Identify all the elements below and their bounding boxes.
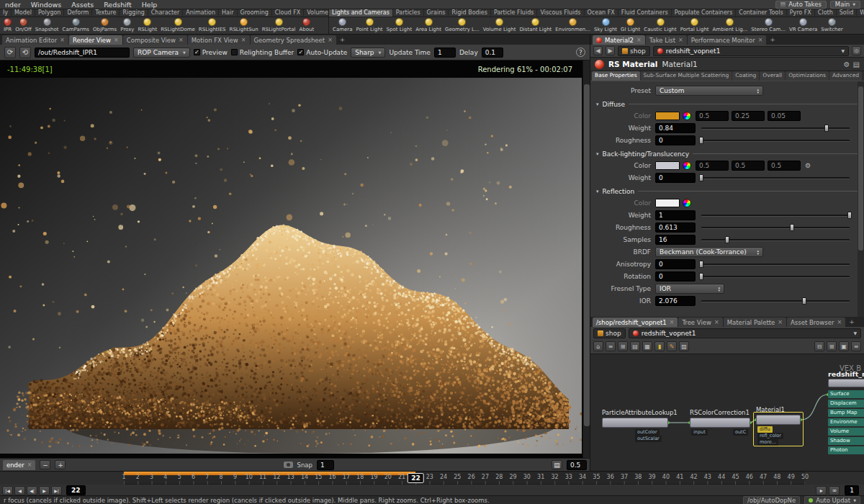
collapse-icon[interactable]: ▾ xyxy=(596,102,599,107)
lock-icon[interactable]: ▤ xyxy=(853,60,860,68)
network-canvas[interactable]: VEX B ParticleAttributeLookup1outColorou… xyxy=(590,354,864,471)
checkbox-box[interactable] xyxy=(231,49,238,55)
layout-icon[interactable]: ≡ xyxy=(851,341,861,351)
timeline-ruler[interactable]: 22 1234567891011121314151617181920212223… xyxy=(124,472,805,485)
tab-render-view[interactable]: Render View× xyxy=(69,35,122,45)
shelf-tab-container-tools[interactable]: Container Tools xyxy=(736,9,786,17)
tab-motion-fx-view[interactable]: Motion FX View× xyxy=(188,35,250,45)
rop-path-field[interactable]: /out/Redshift_IPR1 xyxy=(35,48,130,58)
checkbox-box[interactable]: ✓ xyxy=(194,49,200,55)
param-tab-optimizations[interactable]: Optimizations xyxy=(786,71,829,81)
shelf-tab-solid[interactable]: Solid xyxy=(837,9,858,17)
shelf-tab-hair[interactable]: Hair xyxy=(219,9,237,17)
tool-ipr[interactable]: IPR xyxy=(4,18,12,32)
help-icon[interactable]: ? xyxy=(576,48,585,57)
update-time-field[interactable]: 1 xyxy=(434,48,456,58)
color-component-field[interactable]: 0.05 xyxy=(768,111,801,121)
tool-on-off[interactable]: On/Off xyxy=(15,18,32,32)
tool-camera[interactable]: Camera xyxy=(333,18,352,32)
new-tab-button[interactable]: + xyxy=(767,35,778,45)
tool-caustic-light[interactable]: Caustic Light xyxy=(644,18,677,32)
node-material1[interactable] xyxy=(756,415,801,425)
tab-close-icon[interactable]: × xyxy=(670,319,675,325)
port-outcolor[interactable]: outColor xyxy=(635,429,660,436)
grid-snap-icon[interactable]: ⊞ xyxy=(618,341,628,351)
shelf-tab-volume[interactable]: Volume xyxy=(304,9,328,17)
gamma-field[interactable]: 0.5 xyxy=(567,460,587,470)
shelf-tab-particles[interactable]: Particles xyxy=(393,9,424,17)
color-component-field[interactable]: 0.5 xyxy=(696,161,729,171)
shelf-tab-character[interactable]: Character xyxy=(148,9,184,17)
frame-all-icon[interactable]: ▣ xyxy=(839,341,849,351)
menu-help[interactable]: Help xyxy=(137,0,163,9)
tool-rslight[interactable]: RSLight xyxy=(138,18,157,32)
realtime-toggle-icon[interactable]: ▸ xyxy=(816,486,827,495)
port-more[interactable]: more... xyxy=(757,439,778,446)
shelf-tab-deform[interactable]: Deform xyxy=(64,9,92,17)
list-mode-icon[interactable]: ≡ xyxy=(606,341,616,351)
tool-point-light[interactable]: Point Light xyxy=(356,18,382,32)
color-swatches-icon[interactable]: ▦ xyxy=(642,341,652,351)
zoom-in-icon[interactable]: ⊞ xyxy=(827,341,837,351)
section-back-lighting-translucency[interactable]: ▾Back-lighting/Translucency xyxy=(590,148,864,159)
tool-area-light[interactable]: Area Light xyxy=(415,18,441,32)
color-swatch[interactable] xyxy=(655,161,680,170)
tab-take-list[interactable]: Take List× xyxy=(646,35,687,45)
shelf-tab-viscous-fluids[interactable]: Viscous Fluids xyxy=(537,9,584,17)
shelf-tab-cloud-fx[interactable]: Cloud FX xyxy=(272,9,304,17)
render-restart-icon[interactable]: ⟳ xyxy=(4,47,16,58)
checkbox-relighting-buffer[interactable]: Relighting Buffer xyxy=(231,49,294,56)
play-button[interactable]: ▶ xyxy=(39,486,50,495)
tool-spot-light[interactable]: Spot Light xyxy=(387,18,413,32)
color-wheel-icon[interactable] xyxy=(683,112,691,120)
tab-material2[interactable]: Material2× xyxy=(593,35,645,45)
tool-about[interactable]: About xyxy=(300,18,315,32)
annotate-icon[interactable]: ✎ xyxy=(667,341,677,351)
section-diffuse[interactable]: ▾Diffuse xyxy=(590,99,864,109)
flag-icon[interactable]: ▨ xyxy=(679,341,689,351)
param-value-field[interactable]: 2.076 xyxy=(655,296,696,306)
param-slider[interactable] xyxy=(700,297,851,305)
tab-close-icon[interactable]: × xyxy=(179,37,184,43)
param-slider[interactable] xyxy=(700,235,851,244)
param-tab-base-properties[interactable]: Base Properties xyxy=(592,71,640,81)
tab-composite-view[interactable]: Composite View× xyxy=(123,35,187,45)
param-menu-fresnel-type[interactable]: IOR▴▾ xyxy=(655,284,724,294)
snapshot-camera-icon[interactable] xyxy=(284,462,293,468)
tab-asset-browser[interactable]: Asset Browser× xyxy=(787,318,845,327)
context-path-chip[interactable]: /obj/AutoDopNe xyxy=(743,496,800,504)
scrollbar-thumb[interactable] xyxy=(584,84,590,426)
color-component-field[interactable]: 0.5 xyxy=(696,111,729,121)
render-image[interactable] xyxy=(0,78,582,454)
shelf-tab-texture[interactable]: Texture xyxy=(92,9,120,17)
shelf-tab-populate-containers[interactable]: Populate Containers xyxy=(672,9,737,17)
tool-stereo-cam[interactable]: Stereo Cam... xyxy=(751,18,786,32)
shelf-tab-grooming[interactable]: Grooming xyxy=(238,9,272,17)
bookmark-icon[interactable]: ▮ xyxy=(654,341,665,351)
auto-update-chip[interactable]: Auto Updat ▼ xyxy=(804,496,860,504)
network-breadcrumb-node[interactable]: redshift_vopnet1 ▼ xyxy=(629,328,861,338)
color-swatch[interactable] xyxy=(655,112,680,120)
tool-gi-light[interactable]: GI Light xyxy=(621,18,640,32)
tab-close-icon[interactable]: × xyxy=(241,37,246,43)
tab-material-palette[interactable]: Material Palette× xyxy=(724,318,786,327)
display-options-icon[interactable]: ▤ xyxy=(630,341,640,351)
slider-handle[interactable] xyxy=(725,236,729,243)
shelf-tab-fluid-containers[interactable]: Fluid Containers xyxy=(618,9,672,17)
gamma-icon[interactable]: ▤ xyxy=(552,460,562,469)
param-menu-preset[interactable]: Custom▴▾ xyxy=(655,86,763,96)
port-volume[interactable]: Volume xyxy=(828,428,864,436)
tool-switcher[interactable]: Switcher xyxy=(821,18,842,32)
checkbox-box[interactable]: ✓ xyxy=(297,49,304,55)
take-menu[interactable]: Main ▼ xyxy=(830,1,860,9)
node-particleattributelookup1[interactable] xyxy=(602,418,668,428)
port-bump-map[interactable]: Bump Map xyxy=(828,409,864,417)
param-tab-advanced[interactable]: Advanced xyxy=(829,71,862,81)
shelf-tab-rigid-bodies[interactable]: Rigid Bodies xyxy=(449,9,490,17)
param-menu-brdf[interactable]: Beckmann (Cook-Torrance)▴▾ xyxy=(655,247,763,257)
tab-close-icon[interactable]: × xyxy=(778,319,783,325)
sharpen-menu[interactable]: Sharp ▼ xyxy=(351,48,385,58)
param-slider[interactable] xyxy=(700,211,851,220)
jump-start-button[interactable]: |◀ xyxy=(2,486,13,495)
close-icon[interactable]: × xyxy=(27,462,32,468)
